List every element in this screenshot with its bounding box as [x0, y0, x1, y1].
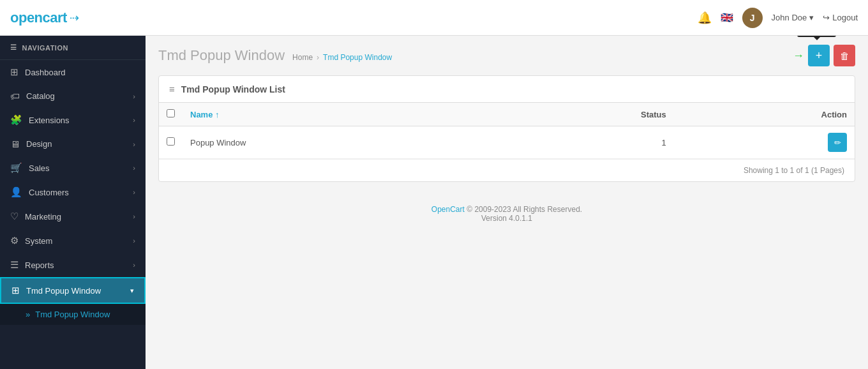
- sidebar-label-catalog: Catalog: [26, 91, 55, 101]
- customers-icon: 👤: [10, 186, 22, 198]
- content-card: ≡ Tmd Popup Window List Name ↑ Status Ac…: [158, 75, 855, 182]
- sidebar-item-design[interactable]: 🖥 Design ›: [0, 132, 146, 156]
- chevron-right-icon: ›: [133, 140, 135, 148]
- sidebar-item-tmd-popup[interactable]: ⊞ Tmd Popup Window ▾: [0, 277, 146, 304]
- delete-button[interactable]: 🗑: [834, 45, 855, 66]
- tmd-popup-icon: ⊞: [11, 285, 20, 296]
- sidebar-item-catalog[interactable]: 🏷 Catalog ›: [0, 84, 146, 108]
- breadcrumb: Home › Tmd Popup Window: [292, 53, 392, 62]
- sidebar-item-customers[interactable]: 👤 Customers ›: [0, 180, 146, 204]
- logo[interactable]: opencart ⇢: [10, 10, 79, 26]
- row-checkbox[interactable]: [167, 137, 175, 146]
- system-icon: ⚙: [10, 235, 19, 246]
- breadcrumb-home[interactable]: Home: [292, 53, 313, 62]
- sidebar-subitem-label: Tmd Popup Window: [35, 310, 110, 319]
- logout-button[interactable]: ↪ Logout: [823, 13, 858, 22]
- body-wrap: ☰ NAVIGATION ⊞ Dashboard 🏷 Catalog › 🧩 E…: [0, 36, 868, 369]
- sidebar-item-marketing[interactable]: ♡ Marketing ›: [0, 204, 146, 229]
- sidebar-label-reports: Reports: [25, 260, 54, 270]
- footer-version: Version 4.0.1.1: [156, 214, 858, 223]
- sidebar-label-sales: Sales: [29, 163, 50, 173]
- chevron-down-icon: ▾: [130, 287, 134, 295]
- card-header: ≡ Tmd Popup Window List: [159, 76, 855, 103]
- arrow-indicator: →: [793, 49, 804, 63]
- extensions-icon: 🧩: [10, 114, 22, 126]
- card-header-title: Tmd Popup Window List: [181, 84, 285, 94]
- marketing-icon: ♡: [10, 211, 19, 222]
- row-checkbox-cell: [159, 126, 183, 159]
- sidebar-item-sales[interactable]: 🛒 Sales ›: [0, 156, 146, 180]
- sidebar-label-customers: Customers: [29, 188, 69, 197]
- data-table: Name ↑ Status Action Popup Window 1: [159, 103, 855, 159]
- select-all-header: [159, 103, 183, 126]
- logout-icon: ↪: [823, 13, 830, 22]
- table-wrap: Name ↑ Status Action Popup Window 1: [159, 103, 855, 159]
- chevron-right-icon: ›: [133, 188, 135, 196]
- catalog-icon: 🏷: [10, 91, 20, 102]
- sidebar-label-system: System: [25, 236, 52, 246]
- table-header-row: Name ↑ Status Action: [159, 103, 855, 126]
- table-row: Popup Window 1 ✏: [159, 126, 855, 159]
- caret-down-icon: ▾: [809, 13, 814, 22]
- plus-icon: +: [816, 49, 823, 63]
- sidebar-label-extensions: Extensions: [29, 116, 70, 125]
- hamburger-icon: ☰: [10, 43, 17, 52]
- list-icon: ≡: [169, 84, 175, 94]
- header-right: 🔔 🇬🇧 J John Doe ▾ ↪ Logout: [698, 8, 858, 28]
- tooltip-add-new: Add New: [797, 36, 836, 37]
- design-icon: 🖥: [10, 139, 20, 149]
- row-status-cell: 1: [495, 126, 674, 159]
- chevron-right-icon: ›: [133, 116, 135, 124]
- main-content: Tmd Popup Window Home › Tmd Popup Window…: [146, 36, 868, 369]
- col-status[interactable]: Status: [495, 103, 674, 126]
- sidebar-label-dashboard: Dashboard: [25, 68, 66, 77]
- sidebar: ☰ NAVIGATION ⊞ Dashboard 🏷 Catalog › 🧩 E…: [0, 36, 146, 369]
- double-chevron-icon: »: [26, 310, 30, 319]
- breadcrumb-separator: ›: [317, 53, 319, 62]
- page-title: Tmd Popup Window: [158, 47, 285, 64]
- avatar: J: [742, 8, 763, 28]
- bell-icon[interactable]: 🔔: [698, 11, 712, 25]
- sidebar-item-extensions[interactable]: 🧩 Extensions ›: [0, 108, 146, 132]
- reports-icon: ☰: [10, 259, 19, 271]
- add-new-button[interactable]: +: [808, 45, 830, 66]
- sidebar-item-dashboard[interactable]: ⊞ Dashboard: [0, 60, 146, 84]
- sidebar-item-reports[interactable]: ☰ Reports ›: [0, 253, 146, 277]
- select-all-checkbox[interactable]: [167, 109, 175, 117]
- user-name[interactable]: John Doe ▾: [772, 13, 814, 22]
- sidebar-item-system[interactable]: ⚙ System ›: [0, 229, 146, 253]
- row-name-cell: Popup Window: [183, 126, 495, 159]
- chevron-right-icon: ›: [133, 93, 135, 100]
- footer-brand-link[interactable]: OpenCart: [431, 205, 465, 214]
- sidebar-label-tmd-popup: Tmd Popup Window: [26, 286, 101, 296]
- logo-icon: ⇢: [70, 11, 79, 25]
- pagination-info: Showing 1 to 1 of 1 (1 Pages): [159, 159, 855, 181]
- sidebar-label-design: Design: [26, 139, 52, 149]
- logo-text: opencart: [10, 10, 67, 26]
- breadcrumb-current: Tmd Popup Window: [323, 53, 392, 62]
- page-header-bar: Tmd Popup Window Home › Tmd Popup Window…: [146, 36, 868, 73]
- chevron-right-icon: ›: [133, 237, 135, 245]
- sales-icon: 🛒: [10, 162, 22, 174]
- nav-header: ☰ NAVIGATION: [0, 36, 146, 60]
- page-title-area: Tmd Popup Window Home › Tmd Popup Window: [158, 47, 392, 64]
- col-action: Action: [674, 103, 855, 126]
- language-flag-icon[interactable]: 🇬🇧: [721, 11, 733, 24]
- chevron-right-icon: ›: [133, 164, 135, 172]
- footer-text: © 2009-2023 All Rights Reserved.: [467, 205, 582, 214]
- toolbar-buttons: Add New → + 🗑: [793, 45, 855, 66]
- footer: OpenCart © 2009-2023 All Rights Reserved…: [146, 195, 868, 233]
- sidebar-label-marketing: Marketing: [25, 212, 61, 222]
- sidebar-subitem-tmd-popup-window[interactable]: » Tmd Popup Window: [0, 304, 146, 325]
- row-action-cell: ✏: [674, 126, 855, 159]
- col-name[interactable]: Name ↑: [183, 103, 495, 126]
- chevron-right-icon: ›: [133, 213, 135, 220]
- edit-button[interactable]: ✏: [828, 133, 847, 152]
- pencil-icon: ✏: [834, 138, 841, 147]
- dashboard-icon: ⊞: [10, 66, 19, 78]
- chevron-right-icon: ›: [133, 261, 135, 269]
- header: opencart ⇢ 🔔 🇬🇧 J John Doe ▾ ↪ Logout: [0, 0, 868, 36]
- trash-icon: 🗑: [840, 50, 849, 61]
